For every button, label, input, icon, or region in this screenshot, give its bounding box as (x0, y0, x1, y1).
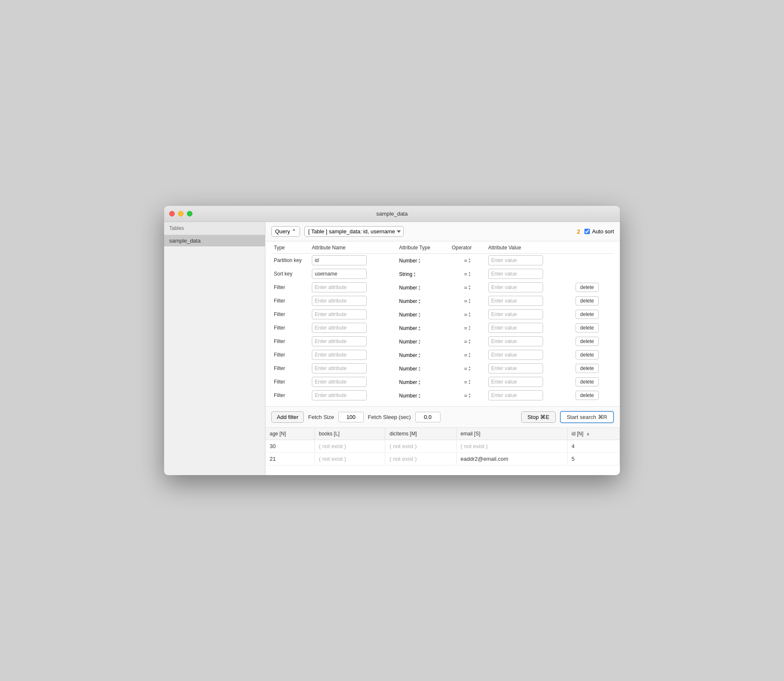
attr-value-input-10[interactable] (488, 390, 543, 400)
attr-value-input-6[interactable] (488, 336, 543, 346)
row-delete-6: delete (573, 335, 614, 348)
attr-type-spinner-8[interactable]: ▲▼ (418, 366, 421, 372)
delete-button-3[interactable]: delete (576, 296, 599, 305)
query-row: Filter Number ▲▼ = ▲▼ delete (271, 335, 614, 348)
attr-type-spinner-1[interactable]: ▲▼ (413, 271, 416, 277)
attr-name-input-7[interactable] (312, 350, 367, 360)
row-attr-name-1 (309, 267, 397, 281)
operator-spinner-4[interactable]: ▲▼ (468, 311, 471, 317)
attr-value-input-5[interactable] (488, 323, 543, 333)
sort-icon: ∧ (587, 432, 589, 436)
attr-type-spinner-10[interactable]: ▲▼ (418, 393, 421, 399)
result-cell-1-4: 5 (567, 453, 619, 465)
operator-spinner-3[interactable]: ▲▼ (468, 298, 471, 304)
row-type-7: Filter (271, 348, 309, 362)
add-filter-button[interactable]: Add filter (271, 411, 304, 423)
attr-value-input-1[interactable] (488, 269, 543, 279)
delete-button-5[interactable]: delete (576, 323, 599, 332)
attr-name-input-3[interactable] (312, 296, 367, 306)
autosort-checkbox[interactable] (584, 229, 590, 234)
delete-button-7[interactable]: delete (576, 350, 599, 359)
delete-button-4[interactable]: delete (576, 310, 599, 319)
titlebar: sample_data (164, 206, 620, 222)
toolbar: Query ⌃ [ Table ] sample_data: id, usern… (265, 222, 620, 241)
attr-value-input-8[interactable] (488, 363, 543, 373)
operator-spinner-5[interactable]: ▲▼ (468, 325, 471, 331)
attr-type-spinner-5[interactable]: ▲▼ (418, 325, 421, 331)
query-button[interactable]: Query ⌃ (271, 226, 300, 237)
row-attr-name-8 (309, 362, 397, 375)
row-type-10: Filter (271, 389, 309, 402)
row-attr-value-3 (486, 294, 573, 308)
row-delete-7: delete (573, 348, 614, 362)
row-attr-type-9: Number ▲▼ (397, 375, 449, 389)
operator-spinner-1[interactable]: ▲▼ (468, 271, 471, 277)
query-row: Filter Number ▲▼ = ▲▼ delete (271, 321, 614, 335)
attr-value-input-2[interactable] (488, 282, 543, 292)
attr-value-input-7[interactable] (488, 350, 543, 360)
fetch-size-label: Fetch Size (308, 414, 334, 420)
start-search-button[interactable]: Start search ⌘R (560, 411, 614, 423)
row-attr-value-9 (486, 375, 573, 389)
row-delete-placeholder-1 (573, 267, 614, 281)
operator-spinner-7[interactable]: ▲▼ (468, 352, 471, 358)
attr-type-spinner-3[interactable]: ▲▼ (418, 298, 421, 304)
attr-type-spinner-4[interactable]: ▲▼ (418, 312, 421, 318)
row-attr-name-10 (309, 389, 397, 402)
attr-name-input-0[interactable] (312, 255, 367, 265)
minimize-button[interactable] (178, 211, 184, 216)
attr-name-input-4[interactable] (312, 309, 367, 319)
operator-spinner-0[interactable]: ▲▼ (468, 257, 471, 263)
row-attr-type-6: Number ▲▼ (397, 335, 449, 348)
row-attr-name-0 (309, 254, 397, 268)
attr-type-spinner-7[interactable]: ▲▼ (418, 352, 421, 358)
delete-button-2[interactable]: delete (576, 283, 599, 292)
result-col-header-1: books [L] (314, 428, 385, 440)
result-col-header-3: email [S] (456, 428, 567, 440)
row-delete-3: delete (573, 294, 614, 308)
attr-name-input-10[interactable] (312, 390, 367, 400)
delete-button-8[interactable]: delete (576, 364, 599, 373)
row-operator-5: = ▲▼ (449, 321, 486, 335)
row-operator-4: = ▲▼ (449, 308, 486, 321)
attr-type-spinner-9[interactable]: ▲▼ (418, 379, 421, 385)
row-attr-value-7 (486, 348, 573, 362)
fetch-size-input[interactable] (338, 412, 364, 422)
attr-name-input-6[interactable] (312, 336, 367, 346)
attr-value-input-4[interactable] (488, 309, 543, 319)
fetch-sleep-input[interactable] (415, 412, 441, 422)
attr-value-input-0[interactable] (488, 255, 543, 265)
window-title: sample_data (376, 211, 408, 217)
row-type-8: Filter (271, 362, 309, 375)
delete-button-10[interactable]: delete (576, 391, 599, 400)
result-cell-0-3: ( not exist ) (456, 440, 567, 453)
operator-spinner-2[interactable]: ▲▼ (468, 284, 471, 290)
attr-name-input-8[interactable] (312, 363, 367, 373)
attr-value-input-9[interactable] (488, 377, 543, 387)
row-attr-type-10: Number ▲▼ (397, 389, 449, 402)
table-select[interactable]: [ Table ] sample_data: id, username (304, 226, 404, 237)
close-button[interactable] (169, 211, 175, 216)
col-header-attr-value: Attribute Value (486, 241, 573, 254)
maximize-button[interactable] (187, 211, 192, 216)
attr-value-input-3[interactable] (488, 296, 543, 306)
operator-spinner-9[interactable]: ▲▼ (468, 379, 471, 385)
stop-button[interactable]: Stop ⌘E (521, 411, 556, 423)
attr-type-spinner-6[interactable]: ▲▼ (418, 339, 421, 345)
attr-name-input-2[interactable] (312, 282, 367, 292)
sidebar-item-sample-data[interactable]: sample_data (164, 235, 265, 246)
operator-spinner-10[interactable]: ▲▼ (468, 392, 471, 398)
attr-type-spinner-0[interactable]: ▲▼ (418, 258, 421, 264)
operator-spinner-6[interactable]: ▲▼ (468, 338, 471, 344)
operator-spinner-8[interactable]: ▲▼ (468, 365, 471, 371)
attr-name-input-5[interactable] (312, 323, 367, 333)
delete-button-6[interactable]: delete (576, 337, 599, 346)
row-type-4: Filter (271, 308, 309, 321)
row-attr-type-7: Number ▲▼ (397, 348, 449, 362)
attr-name-input-1[interactable] (312, 269, 367, 279)
row-attr-type-2: Number ▲▼ (397, 281, 449, 294)
col-header-operator: Operator (449, 241, 486, 254)
attr-name-input-9[interactable] (312, 377, 367, 387)
attr-type-spinner-2[interactable]: ▲▼ (418, 285, 421, 291)
delete-button-9[interactable]: delete (576, 377, 599, 386)
